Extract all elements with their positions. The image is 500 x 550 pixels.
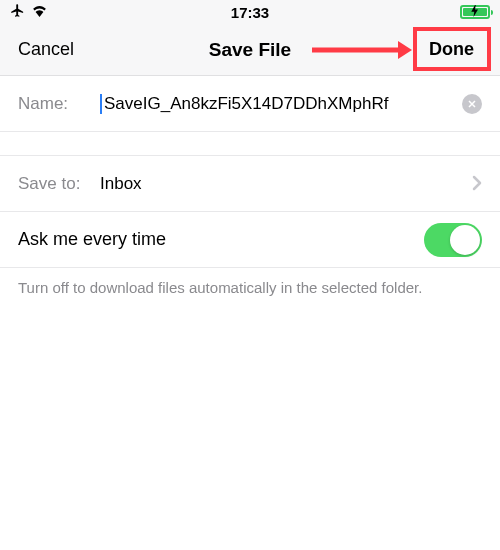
helper-text: Turn off to download files automatically… [0,268,500,308]
page-title: Save File [209,39,291,61]
status-right [460,5,490,19]
cancel-button[interactable]: Cancel [18,39,74,60]
wifi-icon [31,4,48,20]
saveto-value: Inbox [100,174,466,194]
name-row[interactable]: Name: SaveIG_An8kzFi5X14D7DDhXMphRf [0,76,500,132]
section-gap [0,132,500,156]
name-input[interactable]: SaveIG_An8kzFi5X14D7DDhXMphRf [100,94,456,114]
charging-icon [471,5,479,19]
toggle-knob [450,225,480,255]
battery-icon [460,5,490,19]
status-left [10,3,48,21]
saveto-label: Save to: [18,174,100,194]
saveto-row[interactable]: Save to: Inbox [0,156,500,212]
chevron-right-icon [472,171,482,197]
status-bar: 17:33 [0,0,500,24]
ask-toggle[interactable] [424,223,482,257]
name-label: Name: [18,94,100,114]
ask-toggle-row: Ask me every time [0,212,500,268]
status-time: 17:33 [231,4,269,21]
done-button[interactable]: Done [421,35,482,64]
clear-icon[interactable] [462,94,482,114]
airplane-mode-icon [10,3,25,21]
nav-bar: Cancel Save File Done [0,24,500,76]
ask-toggle-label: Ask me every time [18,229,166,250]
